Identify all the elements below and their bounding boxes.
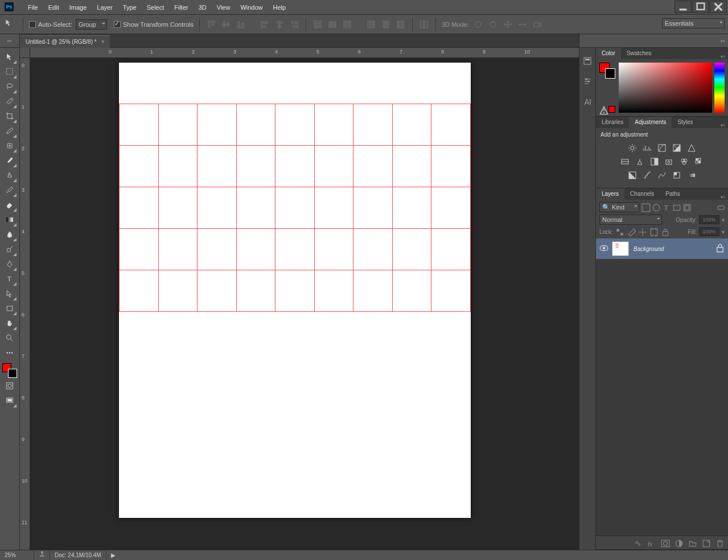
lock-image-icon[interactable] — [627, 228, 635, 236]
menu-3d[interactable]: 3D — [194, 0, 212, 15]
adj-vibrance-icon[interactable] — [686, 143, 697, 153]
layer-mask-icon[interactable] — [661, 539, 669, 547]
new-group-icon[interactable] — [688, 539, 696, 547]
align-left-edges-icon[interactable] — [259, 19, 270, 30]
3d-orbit-icon[interactable] — [472, 19, 484, 30]
ruler-vertical[interactable]: 01234567891011 — [20, 58, 30, 550]
gamut-warning-icon[interactable] — [599, 106, 606, 113]
tool-crop[interactable] — [3, 109, 17, 123]
adj-bw-icon[interactable] — [649, 157, 660, 167]
zoom-level[interactable]: 25% — [0, 550, 34, 561]
adj-invert-icon[interactable] — [627, 170, 637, 180]
color-swatches[interactable] — [2, 363, 17, 378]
character-panel-icon[interactable] — [581, 96, 594, 108]
adj-selective-icon[interactable] — [672, 170, 682, 180]
menu-type[interactable]: Type — [118, 0, 142, 15]
filter-smart-icon[interactable] — [682, 203, 690, 211]
adj-posterize-icon[interactable] — [642, 170, 652, 180]
tab-adjustments[interactable]: Adjustments — [629, 117, 672, 128]
blend-mode-select[interactable]: Normal — [599, 215, 662, 225]
tool-magic-wand[interactable] — [3, 94, 17, 108]
tool-shape[interactable] — [3, 302, 17, 315]
distribute-bottom-icon[interactable] — [342, 19, 353, 30]
tool-brush[interactable] — [3, 154, 17, 167]
window-close-button[interactable] — [710, 1, 727, 13]
layer-link-icon[interactable] — [634, 539, 641, 547]
menu-layer[interactable]: Layer — [92, 0, 118, 15]
lock-position-icon[interactable] — [638, 228, 646, 236]
tab-swatches[interactable]: Swatches — [621, 48, 657, 59]
distribute-right-icon[interactable] — [395, 19, 406, 30]
tool-path[interactable] — [3, 287, 17, 300]
tool-quickmask[interactable] — [3, 379, 17, 393]
color-panel-swatches[interactable] — [599, 63, 615, 79]
status-export-icon[interactable] — [34, 550, 50, 561]
align-vcenter-icon[interactable] — [220, 19, 232, 30]
layers-panel-menu-icon[interactable]: ▾≡ — [719, 195, 727, 200]
layer-row[interactable]: Background — [596, 238, 728, 259]
3d-pan-icon[interactable] — [502, 19, 513, 30]
distribute-hcenter-icon[interactable] — [380, 19, 392, 30]
filter-shape-icon[interactable] — [672, 203, 680, 211]
adj-channelmixer-icon[interactable] — [679, 157, 689, 167]
window-minimize-button[interactable] — [674, 1, 692, 13]
history-panel-icon[interactable] — [581, 55, 594, 67]
menu-file[interactable]: File — [23, 0, 43, 15]
adj-hue-icon[interactable] — [620, 157, 630, 167]
tab-libraries[interactable]: Libraries — [596, 117, 629, 128]
auto-select-checkbox[interactable]: Auto-Select: — [29, 21, 72, 28]
layer-visibility-icon[interactable] — [599, 244, 607, 254]
tool-marquee[interactable] — [3, 65, 17, 79]
menu-select[interactable]: Select — [142, 0, 170, 15]
opacity-input[interactable] — [699, 215, 719, 224]
filter-type-icon[interactable]: T — [662, 203, 670, 211]
distribute-vcenter-icon[interactable] — [327, 19, 338, 30]
adjustments-panel-menu-icon[interactable]: ▾≡ — [719, 123, 727, 128]
tool-healing[interactable] — [3, 139, 17, 153]
tool-pen[interactable] — [3, 257, 17, 271]
adj-colorlookup-icon[interactable] — [694, 157, 704, 167]
color-spectrum[interactable] — [619, 63, 725, 113]
filter-pixel-icon[interactable] — [641, 203, 649, 211]
adj-levels-icon[interactable] — [642, 143, 652, 153]
document-tab[interactable]: Untitled-1 @ 25% (RGB/8) * × — [20, 35, 110, 48]
tool-lasso[interactable] — [3, 80, 17, 93]
adj-brightness-icon[interactable] — [627, 143, 637, 153]
fill-input[interactable] — [699, 227, 719, 236]
ruler-horizontal[interactable]: 012345678910 — [30, 48, 579, 58]
3d-camera-icon[interactable] — [532, 19, 543, 30]
properties-panel-icon[interactable] — [581, 75, 594, 88]
layer-thumbnail[interactable] — [612, 241, 629, 256]
tool-screenmode[interactable] — [3, 394, 17, 407]
tool-clone[interactable] — [3, 168, 17, 182]
menu-help[interactable]: Help — [268, 0, 291, 15]
adj-curves-icon[interactable] — [657, 143, 667, 153]
align-hcenter-icon[interactable] — [274, 19, 285, 30]
lock-transparent-icon[interactable] — [615, 228, 623, 236]
menu-filter[interactable]: Filter — [169, 0, 193, 15]
auto-align-icon[interactable] — [418, 19, 430, 30]
tool-blur[interactable] — [3, 228, 17, 241]
adj-colorbalance-icon[interactable] — [635, 157, 645, 167]
tool-dodge[interactable] — [3, 242, 17, 256]
tool-gradient[interactable] — [3, 213, 17, 227]
auto-select-mode-select[interactable]: Group — [76, 19, 107, 30]
hue-strip[interactable] — [714, 63, 725, 113]
show-transform-checkbox[interactable]: Show Transform Controls — [114, 21, 194, 28]
new-layer-icon[interactable] — [702, 539, 710, 547]
tool-edit-toolbar[interactable] — [3, 346, 17, 360]
layer-filter-type-select[interactable]: 🔍 Kind — [599, 202, 639, 212]
distribute-top-icon[interactable] — [312, 19, 323, 30]
align-bottom-edges-icon[interactable] — [235, 19, 246, 30]
adj-gradientmap-icon[interactable] — [686, 170, 697, 180]
distribute-left-icon[interactable] — [365, 19, 377, 30]
tool-hand[interactable] — [3, 316, 17, 330]
lock-artboard-icon[interactable] — [649, 228, 657, 236]
menu-window[interactable]: Window — [235, 0, 268, 15]
delete-layer-icon[interactable] — [715, 539, 723, 547]
tool-move[interactable] — [3, 50, 17, 64]
menu-view[interactable]: View — [212, 0, 236, 15]
toolbox-expand-icon[interactable]: ▸▸ — [0, 34, 20, 47]
window-maximize-button[interactable] — [692, 1, 709, 13]
workspace-select[interactable]: Essentials — [662, 18, 725, 28]
